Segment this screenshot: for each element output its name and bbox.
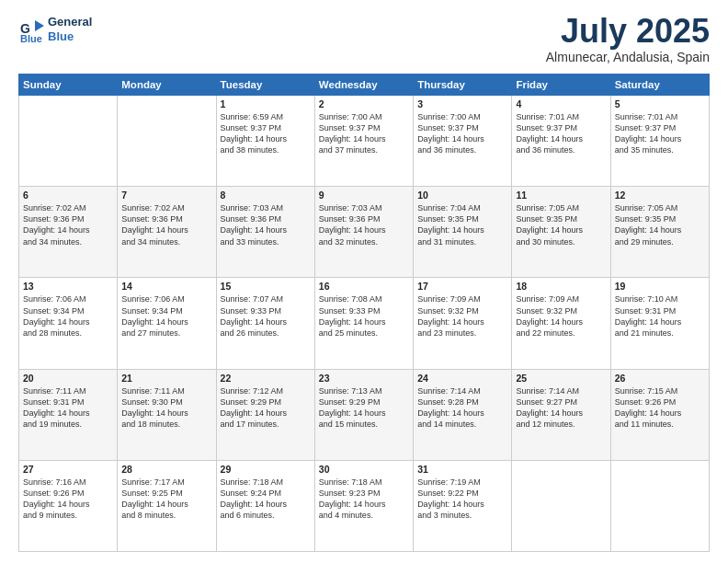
day-number: 6 — [23, 190, 113, 201]
day-info: Sunrise: 7:03 AM Sunset: 9:36 PM Dayligh… — [221, 202, 311, 247]
day-number: 11 — [516, 190, 606, 201]
day-number: 19 — [615, 281, 705, 292]
day-number: 4 — [516, 98, 606, 109]
day-number: 7 — [121, 190, 211, 201]
day-number: 1 — [221, 98, 311, 109]
day-info: Sunrise: 7:07 AM Sunset: 9:33 PM Dayligh… — [221, 293, 311, 339]
day-cell — [118, 96, 216, 187]
day-info: Sunrise: 7:04 AM Sunset: 9:35 PM Dayligh… — [417, 202, 507, 247]
day-cell: 5Sunrise: 7:01 AM Sunset: 9:37 PM Daylig… — [610, 96, 709, 187]
main-title: July 2025 — [546, 15, 710, 48]
day-cell: 15Sunrise: 7:07 AM Sunset: 9:33 PM Dayli… — [216, 278, 314, 369]
col-header-thursday: Thursday — [414, 75, 512, 96]
day-cell: 8Sunrise: 7:03 AM Sunset: 9:36 PM Daylig… — [216, 187, 314, 278]
logo-text-blue: Blue — [48, 29, 92, 44]
col-header-tuesday: Tuesday — [216, 75, 314, 96]
day-info: Sunrise: 7:01 AM Sunset: 9:37 PM Dayligh… — [615, 111, 705, 156]
day-cell: 27Sunrise: 7:16 AM Sunset: 9:26 PM Dayli… — [19, 460, 118, 551]
day-number: 8 — [221, 190, 311, 201]
day-cell: 18Sunrise: 7:09 AM Sunset: 9:32 PM Dayli… — [512, 278, 610, 369]
day-info: Sunrise: 7:02 AM Sunset: 9:36 PM Dayligh… — [23, 202, 113, 247]
week-row-3: 13Sunrise: 7:06 AM Sunset: 9:34 PM Dayli… — [19, 278, 710, 369]
day-cell: 21Sunrise: 7:11 AM Sunset: 9:30 PM Dayli… — [118, 369, 216, 460]
day-info: Sunrise: 7:11 AM Sunset: 9:30 PM Dayligh… — [121, 385, 211, 431]
day-cell: 19Sunrise: 7:10 AM Sunset: 9:31 PM Dayli… — [610, 278, 709, 369]
day-info: Sunrise: 7:05 AM Sunset: 9:35 PM Dayligh… — [516, 202, 606, 247]
day-cell: 13Sunrise: 7:06 AM Sunset: 9:34 PM Dayli… — [19, 278, 118, 369]
day-info: Sunrise: 7:05 AM Sunset: 9:35 PM Dayligh… — [615, 202, 705, 247]
day-number: 31 — [417, 464, 507, 475]
day-cell — [610, 460, 709, 551]
logo-text-general: General — [48, 15, 92, 29]
day-info: Sunrise: 7:06 AM Sunset: 9:34 PM Dayligh… — [121, 293, 211, 339]
day-info: Sunrise: 7:09 AM Sunset: 9:32 PM Dayligh… — [516, 293, 606, 339]
day-cell: 22Sunrise: 7:12 AM Sunset: 9:29 PM Dayli… — [216, 369, 314, 460]
col-header-wednesday: Wednesday — [314, 75, 413, 96]
day-number: 20 — [23, 373, 113, 384]
day-cell: 30Sunrise: 7:18 AM Sunset: 9:23 PM Dayli… — [314, 460, 413, 551]
day-info: Sunrise: 7:14 AM Sunset: 9:28 PM Dayligh… — [417, 385, 507, 431]
day-cell: 28Sunrise: 7:17 AM Sunset: 9:25 PM Dayli… — [118, 460, 216, 551]
day-number: 18 — [516, 281, 606, 292]
week-row-5: 27Sunrise: 7:16 AM Sunset: 9:26 PM Dayli… — [19, 460, 710, 551]
subtitle: Almunecar, Andalusia, Spain — [546, 50, 710, 64]
logo-icon: G Blue — [18, 17, 44, 42]
day-info: Sunrise: 7:10 AM Sunset: 9:31 PM Dayligh… — [615, 293, 705, 339]
logo: G Blue General Blue — [18, 15, 92, 43]
day-number: 26 — [615, 373, 705, 384]
week-row-1: 1Sunrise: 6:59 AM Sunset: 9:37 PM Daylig… — [19, 96, 710, 187]
title-block: July 2025 Almunecar, Andalusia, Spain — [546, 15, 710, 64]
day-number: 15 — [221, 281, 311, 292]
week-row-4: 20Sunrise: 7:11 AM Sunset: 9:31 PM Dayli… — [19, 369, 710, 460]
day-cell: 3Sunrise: 7:00 AM Sunset: 9:37 PM Daylig… — [414, 96, 512, 187]
day-cell: 1Sunrise: 6:59 AM Sunset: 9:37 PM Daylig… — [216, 96, 314, 187]
day-cell: 29Sunrise: 7:18 AM Sunset: 9:24 PM Dayli… — [216, 460, 314, 551]
day-cell: 7Sunrise: 7:02 AM Sunset: 9:36 PM Daylig… — [118, 187, 216, 278]
col-header-monday: Monday — [118, 75, 216, 96]
day-cell: 23Sunrise: 7:13 AM Sunset: 9:29 PM Dayli… — [314, 369, 413, 460]
day-number: 28 — [121, 464, 211, 475]
day-number: 21 — [121, 373, 211, 384]
day-info: Sunrise: 7:00 AM Sunset: 9:37 PM Dayligh… — [417, 111, 507, 156]
day-cell: 20Sunrise: 7:11 AM Sunset: 9:31 PM Dayli… — [19, 369, 118, 460]
day-number: 17 — [417, 281, 507, 292]
day-info: Sunrise: 7:16 AM Sunset: 9:26 PM Dayligh… — [23, 477, 113, 522]
week-row-2: 6Sunrise: 7:02 AM Sunset: 9:36 PM Daylig… — [19, 187, 710, 278]
day-number: 23 — [319, 373, 409, 384]
day-cell: 6Sunrise: 7:02 AM Sunset: 9:36 PM Daylig… — [19, 187, 118, 278]
day-number: 2 — [319, 98, 409, 109]
day-number: 5 — [615, 98, 705, 109]
day-number: 14 — [121, 281, 211, 292]
day-cell: 11Sunrise: 7:05 AM Sunset: 9:35 PM Dayli… — [512, 187, 610, 278]
day-info: Sunrise: 7:00 AM Sunset: 9:37 PM Dayligh… — [319, 111, 409, 156]
day-cell — [512, 460, 610, 551]
day-info: Sunrise: 7:14 AM Sunset: 9:27 PM Dayligh… — [516, 385, 606, 431]
day-info: Sunrise: 7:01 AM Sunset: 9:37 PM Dayligh… — [516, 111, 606, 156]
day-number: 10 — [417, 190, 507, 201]
day-number: 24 — [417, 373, 507, 384]
day-number: 13 — [23, 281, 113, 292]
day-info: Sunrise: 7:12 AM Sunset: 9:29 PM Dayligh… — [221, 385, 311, 431]
day-cell: 12Sunrise: 7:05 AM Sunset: 9:35 PM Dayli… — [610, 187, 709, 278]
day-info: Sunrise: 7:18 AM Sunset: 9:23 PM Dayligh… — [319, 477, 409, 522]
day-cell: 25Sunrise: 7:14 AM Sunset: 9:27 PM Dayli… — [512, 369, 610, 460]
day-cell: 2Sunrise: 7:00 AM Sunset: 9:37 PM Daylig… — [314, 96, 413, 187]
day-info: Sunrise: 7:17 AM Sunset: 9:25 PM Dayligh… — [121, 477, 211, 522]
day-info: Sunrise: 7:15 AM Sunset: 9:26 PM Dayligh… — [615, 385, 705, 431]
day-cell: 31Sunrise: 7:19 AM Sunset: 9:22 PM Dayli… — [414, 460, 512, 551]
day-info: Sunrise: 7:08 AM Sunset: 9:33 PM Dayligh… — [319, 293, 409, 339]
day-cell: 9Sunrise: 7:03 AM Sunset: 9:36 PM Daylig… — [314, 187, 413, 278]
day-info: Sunrise: 7:06 AM Sunset: 9:34 PM Dayligh… — [23, 293, 113, 339]
day-cell: 24Sunrise: 7:14 AM Sunset: 9:28 PM Dayli… — [414, 369, 512, 460]
day-info: Sunrise: 7:02 AM Sunset: 9:36 PM Dayligh… — [121, 202, 211, 247]
day-info: Sunrise: 7:19 AM Sunset: 9:22 PM Dayligh… — [417, 477, 507, 522]
day-cell: 17Sunrise: 7:09 AM Sunset: 9:32 PM Dayli… — [414, 278, 512, 369]
day-number: 12 — [615, 190, 705, 201]
day-number: 25 — [516, 373, 606, 384]
day-info: Sunrise: 7:18 AM Sunset: 9:24 PM Dayligh… — [221, 477, 311, 522]
day-cell: 26Sunrise: 7:15 AM Sunset: 9:26 PM Dayli… — [610, 369, 709, 460]
calendar-table: SundayMondayTuesdayWednesdayThursdayFrid… — [18, 74, 710, 552]
day-number: 29 — [221, 464, 311, 475]
col-header-saturday: Saturday — [610, 75, 709, 96]
day-number: 9 — [319, 190, 409, 201]
